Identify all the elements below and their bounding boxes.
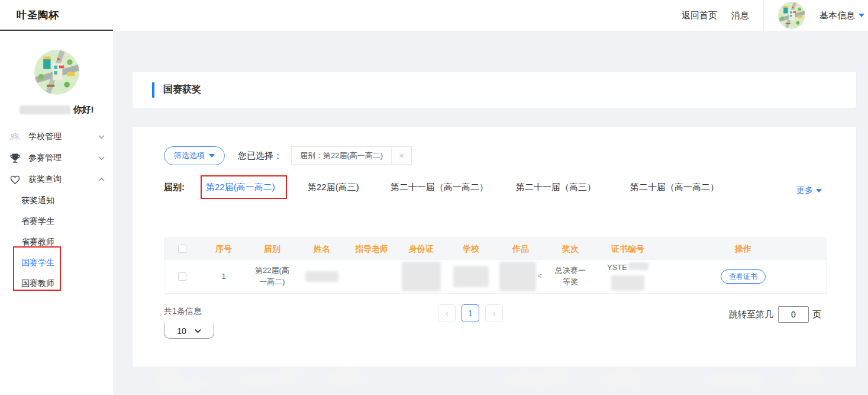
- user-greeting: 你好!: [0, 104, 113, 115]
- session-option-20-g12[interactable]: 第二十届（高一高二）: [630, 182, 719, 193]
- certificate-prefix: YSTE: [607, 262, 627, 274]
- jump-suffix: 页: [812, 309, 821, 320]
- jump-label: 跳转至第几: [729, 309, 773, 320]
- work-fragment: <: [537, 271, 541, 281]
- top-bar: 叶圣陶杯 返回首页 消息: [0, 0, 868, 31]
- close-icon[interactable]: ×: [391, 146, 411, 165]
- cell-index: 1: [200, 271, 247, 282]
- sidebar-item-national-teachers[interactable]: 国赛教师: [0, 273, 113, 294]
- title-accent-bar: [152, 82, 154, 98]
- selected-filter-tag: 届别：第22届(高一高二) ×: [291, 146, 412, 165]
- sidebar-menu: 学校管理 参赛管理 获奖查询: [0, 126, 113, 294]
- column-header-award: 奖次: [546, 243, 595, 255]
- awards-table: 序号 届别 姓名 指导老师 身份证 学校 作品 奖次 证书编号 操作 1 第22…: [164, 237, 827, 294]
- column-header-index: 序号: [200, 243, 247, 255]
- select-all-checkbox[interactable]: [178, 245, 186, 253]
- column-header-advisor: 指导老师: [347, 243, 396, 255]
- session-group-label: 届别:: [164, 182, 185, 193]
- greeting-text: 你好!: [73, 104, 94, 115]
- caret-down-icon: [859, 14, 864, 17]
- column-header-work: 作品: [496, 243, 546, 255]
- filter-options-button[interactable]: 筛选选项: [164, 146, 225, 165]
- city-avatar-illustration: [34, 50, 79, 95]
- back-home-link[interactable]: 返回首页: [682, 10, 717, 21]
- filter-options-label: 筛选选项: [174, 150, 205, 161]
- page-size-value: 10: [177, 326, 186, 336]
- topbar-divider: [763, 0, 764, 31]
- filter-tag-text: 届别：第22届(高一高二): [292, 150, 391, 161]
- next-page-button[interactable]: ›: [485, 304, 503, 322]
- column-header-id-card: 身份证: [396, 243, 446, 255]
- total-count-text: 共1条信息: [164, 306, 202, 317]
- sidebar-item-label: 学校管理: [28, 131, 98, 142]
- topbar-actions: 返回首页 消息: [682, 0, 864, 31]
- column-header-school: 学校: [446, 243, 496, 255]
- caret-down-icon: [816, 189, 822, 192]
- session-option-22-g3[interactable]: 第22届(高三): [308, 182, 359, 193]
- messages-link[interactable]: 消息: [731, 10, 749, 21]
- more-options-label: 更多: [796, 185, 813, 196]
- more-options-link[interactable]: 更多: [796, 185, 822, 196]
- sidebar-item-provincial-teachers[interactable]: 省赛教师: [0, 232, 113, 252]
- session-option-21-g3[interactable]: 第二十一届（高三）: [516, 182, 596, 193]
- table-row: 1 第22届(高一高二) < 总决赛一等奖 YSTE 查看证书: [164, 259, 826, 293]
- column-header-certificate: 证书编号: [595, 243, 660, 255]
- cell-work-redacted: <: [496, 262, 546, 291]
- column-header-name: 姓名: [297, 243, 347, 255]
- sidebar-item-competition-management[interactable]: 参赛管理: [0, 147, 113, 169]
- jump-page-input[interactable]: [778, 306, 809, 323]
- sidebar-item-school-management[interactable]: 学校管理: [0, 126, 113, 147]
- redacted-username: [20, 105, 70, 114]
- cell-session: 第22届(高一高二): [247, 265, 297, 288]
- heart-icon: [8, 173, 21, 186]
- sidebar-item-national-students[interactable]: 国赛学生: [0, 252, 113, 273]
- page-title-card: 国赛获奖: [132, 71, 857, 108]
- session-option-22-g12[interactable]: 第22届(高一高二): [206, 182, 275, 193]
- chevron-down-icon: [98, 134, 105, 139]
- current-page-button[interactable]: 1: [462, 304, 479, 322]
- sidebar-item-award-query[interactable]: 获奖查询: [0, 169, 113, 190]
- table-header-row: 序号 届别 姓名 指导老师 身份证 学校 作品 奖次 证书编号 操作: [164, 238, 826, 259]
- certificate-redacted: [611, 275, 644, 291]
- user-avatar-large[interactable]: [34, 50, 79, 95]
- chevron-up-icon: [98, 177, 105, 182]
- profile-menu-label: 基本信息: [819, 10, 855, 21]
- brand-underline: [0, 30, 113, 31]
- main-content: 国赛获奖 筛选选项 您已选择： 届别：第22届(高一高二) × 届别: 第22届…: [113, 31, 868, 395]
- sidebar: 你好! 学校管理 参赛管理: [0, 31, 113, 395]
- row-checkbox[interactable]: [178, 272, 186, 281]
- session-option-21-g12[interactable]: 第二十一届（高一高二）: [391, 182, 488, 193]
- trophy-icon: [8, 152, 21, 165]
- user-avatar-small[interactable]: [778, 2, 805, 29]
- school-group-icon: [8, 130, 21, 143]
- cell-name-redacted: [297, 271, 347, 282]
- column-header-session: 届别: [247, 243, 297, 255]
- app-logo-title: 叶圣陶杯: [17, 0, 59, 31]
- cell-award: 总决赛一等奖: [546, 265, 595, 288]
- sidebar-item-label: 获奖查询: [28, 174, 98, 185]
- sidebar-submenu-award-query: 获奖通知 省赛学生 省赛教师 国赛学生 国赛教师: [0, 190, 113, 294]
- prev-page-button[interactable]: ‹: [438, 304, 456, 322]
- cell-school-redacted: [446, 266, 496, 287]
- selected-filters-label: 您已选择：: [238, 150, 282, 162]
- view-certificate-button[interactable]: 查看证书: [721, 269, 766, 284]
- cell-certificate: YSTE: [595, 262, 660, 291]
- sidebar-item-label: 参赛管理: [28, 153, 98, 163]
- page-size-select[interactable]: 10: [164, 323, 214, 339]
- page-title: 国赛获奖: [163, 84, 201, 96]
- cell-id-redacted: [396, 262, 446, 291]
- sidebar-item-provincial-students[interactable]: 省赛学生: [0, 211, 113, 232]
- profile-menu[interactable]: 基本信息: [819, 10, 864, 21]
- column-header-actions: 操作: [660, 243, 826, 255]
- sidebar-item-award-notice[interactable]: 获奖通知: [0, 190, 113, 211]
- chevron-down-icon: [98, 156, 105, 160]
- pagination: ‹ 1 ›: [438, 304, 503, 322]
- jump-to-page: 跳转至第几 页: [729, 306, 821, 323]
- chevron-down-icon: [195, 329, 201, 333]
- city-avatar-illustration: [778, 2, 805, 29]
- content-card: 筛选选项 您已选择： 届别：第22届(高一高二) × 届别: 第22届(高一高二…: [132, 126, 857, 367]
- caret-down-icon: [209, 154, 215, 158]
